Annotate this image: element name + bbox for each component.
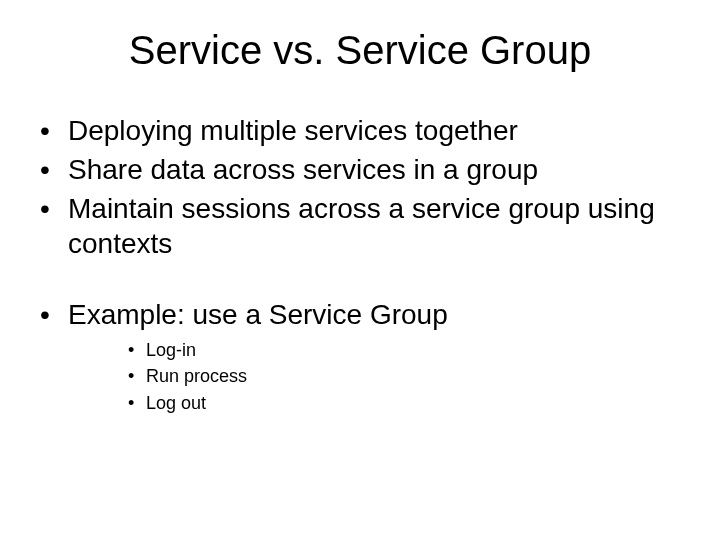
sub-bullet-item: Log-in	[128, 338, 680, 362]
slide-title: Service vs. Service Group	[40, 28, 680, 73]
bullet-list: Deploying multiple services together Sha…	[40, 113, 680, 261]
sub-bullet-item: Run process	[128, 364, 680, 388]
slide-body: Deploying multiple services together Sha…	[40, 113, 680, 415]
spacer	[40, 265, 680, 297]
bullet-text: Example: use a Service Group	[68, 299, 448, 330]
bullet-item: Share data across services in a group	[40, 152, 680, 187]
sub-bullet-list: Log-in Run process Log out	[68, 338, 680, 415]
bullet-item: Deploying multiple services together	[40, 113, 680, 148]
bullet-item: Example: use a Service Group Log-in Run …	[40, 297, 680, 415]
sub-bullet-item: Log out	[128, 391, 680, 415]
bullet-item: Maintain sessions across a service group…	[40, 191, 680, 261]
slide: Service vs. Service Group Deploying mult…	[0, 0, 720, 540]
bullet-list: Example: use a Service Group Log-in Run …	[40, 297, 680, 415]
